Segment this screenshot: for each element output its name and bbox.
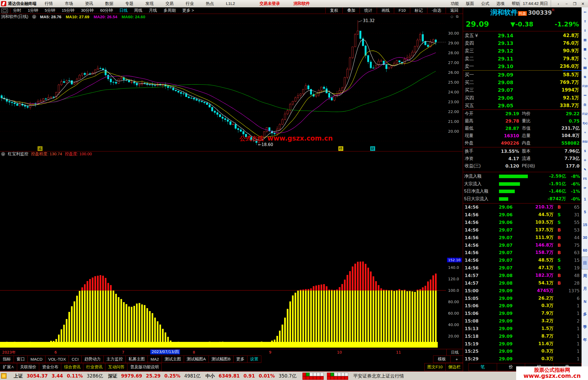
move-icon[interactable]: ✛: [582, 156, 588, 165]
strip-period-周[interactable]: 周: [582, 269, 588, 282]
period-1分钟[interactable]: 1分钟: [28, 8, 38, 13]
rsi-icon[interactable]: RSI: [582, 137, 588, 146]
kline-icon[interactable]: ▮▮: [582, 63, 588, 72]
indicator-tab-测试幅图B[interactable]: 测试幅图B: [209, 355, 234, 363]
back-button[interactable]: ‹: [555, 1, 562, 7]
indicator-tab-MA2[interactable]: MA2: [148, 355, 162, 363]
relation-icon[interactable]: ⚯: [582, 91, 588, 100]
period-月线[interactable]: 月线: [149, 8, 157, 13]
minimize-button[interactable]: −: [563, 1, 570, 7]
chevron-down-icon[interactable]: ⌄: [1, 152, 5, 156]
zoom-in-button[interactable]: +: [450, 355, 463, 363]
indicator-tab-MACD[interactable]: MACD: [27, 355, 45, 363]
money-icon[interactable]: $: [582, 146, 588, 156]
event-badge-榜[interactable]: 榜: [338, 146, 343, 151]
toolbtn-标记[interactable]: 标记: [410, 8, 427, 13]
index-name[interactable]: 上证: [14, 373, 23, 379]
chevron-down-icon[interactable]: ⌄: [32, 15, 36, 19]
period-60分钟[interactable]: 60分钟: [100, 8, 113, 13]
menu-数据[interactable]: 数据: [105, 1, 113, 6]
menu-热点[interactable]: 热点: [206, 1, 214, 6]
close-button[interactable]: ✕: [579, 1, 586, 7]
toolbtn-返回[interactable]: 返回: [446, 8, 463, 13]
strip-period-30[interactable]: 30: [582, 231, 588, 244]
wave-icon[interactable]: ≈: [582, 128, 588, 137]
f10-icon[interactable]: F10: [582, 81, 588, 91]
edit-icon[interactable]: ✎: [582, 165, 588, 174]
report-icon[interactable]: ▤: [582, 35, 588, 44]
candlestick-chart[interactable]: [0, 20, 446, 148]
ext-tab-扩展∧[interactable]: 扩展∧: [0, 363, 17, 371]
indicator-tab-测试主图[interactable]: 测试主图: [162, 355, 184, 363]
menu-功能[interactable]: 功能: [451, 1, 459, 6]
menu-行情[interactable]: 行情: [45, 1, 53, 6]
quote-list-icon[interactable]: ▦: [582, 44, 588, 54]
strip-period-15[interactable]: 15: [582, 218, 588, 231]
menu-版面[interactable]: 版面: [466, 1, 474, 6]
menu-交易[interactable]: 交易: [166, 1, 174, 6]
menu-L1L2[interactable]: L1L2: [226, 1, 235, 6]
ext-tab-互动问答[interactable]: 互动问答: [105, 363, 127, 371]
diamond-icon[interactable]: ◇: [451, 14, 453, 19]
menu-发现[interactable]: 发现: [145, 1, 154, 6]
indicator-tab-主力监控[interactable]: 主力监控: [103, 355, 126, 363]
indicator-name[interactable]: 红宝利监控: [8, 151, 28, 157]
control-strength-chart[interactable]: [0, 157, 446, 349]
watchlist-icon[interactable]: 自: [582, 100, 588, 109]
strip-period-1[interactable]: 1: [582, 193, 588, 205]
indicator-tab-窗口[interactable]: 窗口: [14, 355, 28, 363]
strip-period-60[interactable]: 60: [582, 244, 588, 257]
toolbtn-叠加[interactable]: 叠加: [342, 8, 360, 13]
f12-icon[interactable]: F12: [582, 109, 588, 118]
f5-icon[interactable]: F5: [582, 174, 588, 183]
up-icon[interactable]: ⇧: [582, 17, 588, 26]
period-30分钟[interactable]: 30分钟: [81, 8, 94, 13]
period-分时[interactable]: 分时: [13, 8, 21, 13]
trend-icon[interactable]: ∿: [582, 54, 588, 63]
ext-tab-综合资讯[interactable]: 综合资讯: [61, 363, 83, 371]
window-layout-icon[interactable]: [1, 8, 8, 13]
indicator-tab-私募主图[interactable]: 私募主图: [125, 355, 148, 363]
indicator-tab-指标[interactable]: 指标: [0, 355, 14, 363]
strip-period-日[interactable]: 日: [582, 257, 588, 269]
ext-tab-普及版功能说明[interactable]: 普及版功能说明: [127, 363, 162, 371]
event-badge-减[interactable]: 减: [38, 146, 42, 151]
strip-period-月[interactable]: 月: [582, 282, 588, 295]
ext-tab-资金分布[interactable]: 资金分布: [39, 363, 61, 371]
toolbtn-复权[interactable]: 复权: [325, 8, 342, 13]
menu-帮助[interactable]: 帮助: [512, 1, 520, 6]
ext-tab-行业资讯[interactable]: 行业资讯: [83, 363, 105, 371]
strip-period-年[interactable]: 年: [582, 333, 588, 346]
menu-行业[interactable]: 行业: [186, 1, 194, 6]
period-更多 >[interactable]: 更多 >: [182, 8, 194, 13]
menu-市场[interactable]: 市场: [65, 1, 73, 6]
index-name[interactable]: 中小: [206, 373, 215, 379]
formula-icon[interactable]: f(x): [582, 118, 588, 128]
period-5分钟[interactable]: 5分钟: [45, 8, 55, 13]
alert-交易未登录[interactable]: 交易未登录: [259, 1, 280, 6]
toolbtn-画线[interactable]: 画线: [377, 8, 394, 13]
template-button[interactable]: 模板: [433, 355, 451, 363]
period-15分钟[interactable]: 15分钟: [62, 8, 75, 13]
strip-period-N[interactable]: N: [582, 295, 588, 308]
refresh-icon[interactable]: ⟳: [582, 183, 588, 193]
back-icon[interactable]: ⇦: [582, 7, 588, 17]
ext-tab-关联报价[interactable]: 关联报价: [17, 363, 39, 371]
strip-period-季[interactable]: 季: [582, 321, 588, 333]
graphic-f10-button[interactable]: 图文F10: [424, 363, 446, 371]
menu-专题[interactable]: 专题: [125, 1, 133, 6]
indicator-tab-测试幅图A[interactable]: 测试幅图A: [184, 355, 209, 363]
alert-润和软件[interactable]: 润和软件: [293, 1, 310, 6]
menu-选项[interactable]: 选项: [496, 1, 504, 6]
indicator-tab-设置[interactable]: 设置: [247, 355, 261, 363]
period-周线[interactable]: 周线: [134, 8, 142, 13]
indicator-tab-趋势动力[interactable]: 趋势动力: [81, 355, 104, 363]
indicator-tab-CCI[interactable]: CCI: [69, 355, 82, 363]
indicator-tab-VOL-TDX[interactable]: VOL-TDX: [45, 355, 69, 363]
menu-公式[interactable]: 公式: [481, 1, 489, 6]
strip-period-5[interactable]: 5: [582, 205, 588, 218]
event-badge-财[interactable]: 财: [370, 146, 375, 151]
toolbtn-统计[interactable]: 统计: [360, 8, 377, 13]
down-icon[interactable]: ⇩: [582, 26, 588, 35]
market-grid-icon[interactable]: [1, 373, 7, 379]
